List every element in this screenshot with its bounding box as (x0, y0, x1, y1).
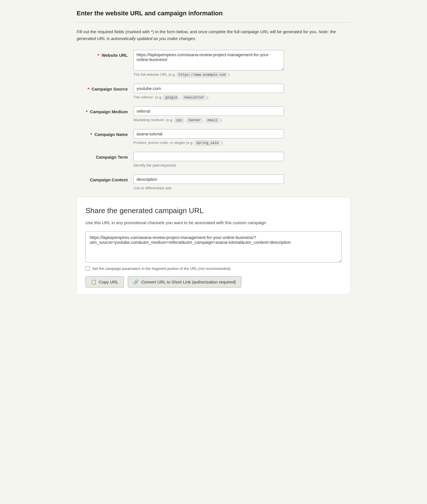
share-title: Share the generated campaign URL (85, 205, 342, 216)
campaign-term-row: Campaign Term Identify the paid keywords (77, 152, 350, 168)
name-hint-code: spring_sale (194, 140, 220, 146)
campaign-source-input[interactable] (133, 84, 284, 93)
campaign-name-input-col: Product, promo code, or slogan (e.g. spr… (133, 129, 350, 146)
link-icon: 🔗 (133, 280, 139, 284)
campaign-content-row: Campaign Content Use to differentiate ad… (77, 175, 350, 191)
share-description: Use this URL in any promotional channels… (85, 220, 342, 226)
page-container: Enter the website URL and campaign infor… (71, 0, 356, 303)
website-url-hint-code: https://www.example.com (177, 72, 227, 77)
medium-hint-code3: email (206, 118, 219, 123)
campaign-name-hint: Product, promo code, or slogan (e.g. spr… (133, 140, 284, 146)
convert-url-button[interactable]: 🔗 Convert URL to Short Link (authorizati… (128, 276, 241, 287)
campaign-term-input[interactable] (133, 152, 284, 161)
source-hint-code2: newsletter (182, 95, 206, 100)
share-box: Share the generated campaign URL Use thi… (77, 197, 350, 295)
website-url-row: * Website URL https://laptopempires.com/… (77, 50, 350, 77)
copy-url-button[interactable]: 📋 Copy URL (85, 276, 124, 287)
source-hint-code1: google (163, 95, 179, 100)
campaign-medium-hint: Marketing medium: (e.g. cpc , banner , e… (133, 117, 284, 123)
fragment-checkbox-row: Set the campaign parameters in the fragm… (85, 266, 342, 272)
fragment-checkbox[interactable] (85, 266, 90, 271)
required-star-medium: * (86, 109, 88, 114)
page-divider (77, 22, 350, 23)
medium-hint-code1: cpc (174, 118, 184, 123)
required-star: * (98, 53, 99, 58)
campaign-source-hint: The referrer: (e.g. google , newsletter … (133, 94, 284, 100)
buttons-row: 📋 Copy URL 🔗 Convert URL to Short Link (… (85, 276, 342, 287)
campaign-name-label: * Campaign Name (77, 129, 133, 138)
campaign-term-hint: Identify the paid keywords (133, 163, 284, 168)
campaign-content-hint: Use to differentiate ads (133, 185, 284, 191)
campaign-content-label: Campaign Content (77, 175, 133, 183)
campaign-medium-input-col: Marketing medium: (e.g. cpc , banner , e… (133, 106, 350, 123)
website-url-input-col: https://laptopempires.com/asana-review-p… (133, 50, 350, 77)
campaign-medium-input[interactable] (133, 106, 284, 116)
page-title: Enter the website URL and campaign infor… (77, 9, 350, 18)
campaign-source-row: * Campaign Source The referrer: (e.g. go… (77, 84, 350, 100)
campaign-source-input-col: The referrer: (e.g. google , newsletter … (133, 84, 350, 100)
medium-hint-code2: banner (187, 118, 202, 123)
form-section: * Website URL https://laptopempires.com/… (77, 50, 350, 191)
intro-text: Fill out the required fields (marked wit… (77, 28, 350, 42)
website-url-label: * Website URL (77, 50, 133, 59)
required-star-name: * (90, 132, 92, 137)
campaign-term-label: Campaign Term (77, 152, 133, 161)
clipboard-icon: 📋 (91, 280, 97, 284)
website-url-input[interactable]: https://laptopempires.com/asana-review-p… (133, 50, 284, 70)
campaign-name-row: * Campaign Name Product, promo code, or … (77, 129, 350, 146)
fragment-label[interactable]: Set the campaign parameters in the fragm… (92, 266, 231, 272)
campaign-term-input-col: Identify the paid keywords (133, 152, 350, 168)
required-star-source: * (87, 87, 89, 91)
generated-url-textarea[interactable]: https://laptopempires.com/asana-review-p… (85, 231, 342, 262)
campaign-source-label: * Campaign Source (77, 84, 133, 93)
campaign-content-input-col: Use to differentiate ads (133, 175, 350, 191)
campaign-medium-label: * Campaign Medium (77, 106, 133, 115)
website-url-hint: The full website URL (e.g. https://www.e… (133, 72, 284, 77)
campaign-name-input[interactable] (133, 129, 284, 138)
campaign-medium-row: * Campaign Medium Marketing medium: (e.g… (77, 106, 350, 123)
campaign-content-input[interactable] (133, 175, 284, 184)
